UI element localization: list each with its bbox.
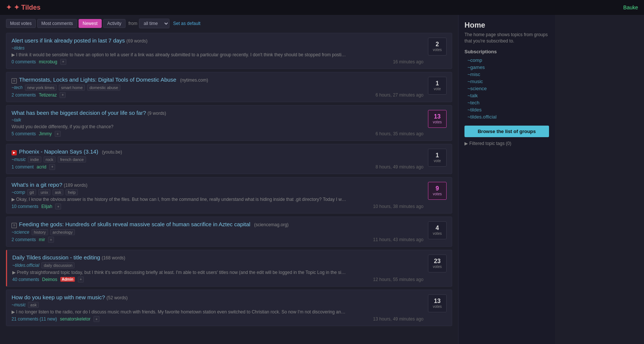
comment-count[interactable]: 2 comments <box>12 237 36 242</box>
topic-user[interactable]: acrid <box>37 164 46 170</box>
comment-count[interactable]: 1 comment <box>12 164 34 170</box>
vote-box[interactable]: 13votes <box>428 110 447 128</box>
topic-title[interactable]: How do you keep up with new music? <box>12 294 105 301</box>
vote-label: vote <box>434 159 441 163</box>
vote-box[interactable]: 9votes <box>428 182 447 200</box>
topic-user[interactable]: Elijah <box>41 204 52 209</box>
topic-user[interactable]: microbug <box>39 59 57 64</box>
topic-excerpt: ▶ I no longer listen to the radio, nor d… <box>12 309 347 315</box>
sidebar-title: Home <box>464 21 549 29</box>
youtube-icon: ▶ <box>12 150 17 155</box>
topic-tag[interactable]: indie <box>28 157 41 162</box>
topic-title[interactable]: What has been the biggest decision of yo… <box>12 109 146 117</box>
sidebar-item-tildes[interactable]: ~tildes <box>464 106 549 113</box>
topic-tag[interactable]: unix <box>38 189 50 195</box>
topic-tag[interactable]: daily discussion <box>41 262 74 268</box>
sidebar-item-misc[interactable]: ~misc <box>464 71 549 78</box>
topic-time: 12 hours, 55 minutes ago <box>373 277 423 282</box>
sidebar-description: The home page shows topics from groups t… <box>464 32 549 44</box>
vote-box[interactable]: 2votes <box>428 38 447 56</box>
topic-time: 13 hours, 49 minutes ago <box>373 316 423 322</box>
topic-title[interactable]: Alert users if link already posted in la… <box>12 37 125 44</box>
vote-box[interactable]: 1vote <box>428 149 447 167</box>
topic-title[interactable]: What's in a git repo? <box>12 181 62 189</box>
topic-tag[interactable]: domestic abuse <box>87 85 120 91</box>
topic-group[interactable]: ~music <box>12 157 26 162</box>
topic-excerpt: ▶ Pretty straightforward topic today, bu… <box>12 270 348 275</box>
sidebar-item-tildes_official[interactable]: ~tildes.official <box>464 113 549 120</box>
topic-group[interactable]: ~tildes <box>12 45 25 51</box>
topic-title[interactable]: Feeding the gods: Hundreds of skulls rev… <box>19 221 250 228</box>
topic-user[interactable]: senatorskeletor <box>60 316 91 322</box>
topic-title[interactable]: Thermostats, Locks and Lights: Digital T… <box>19 76 176 83</box>
topic-tag[interactable]: archeology <box>50 229 75 235</box>
topic-group[interactable]: ~music <box>12 302 26 307</box>
subscription-list: ~comp~games~misc~music~science~talk~tech… <box>464 57 549 120</box>
time-select[interactable]: all time 1 day 1 week 1 month 1 year <box>139 19 169 28</box>
topic-tag[interactable]: ask <box>53 189 63 195</box>
sidebar-item-tech[interactable]: ~tech <box>464 99 549 106</box>
topic-user[interactable]: Jimmy <box>39 131 52 136</box>
expand-user-button[interactable]: + <box>93 316 99 322</box>
expand-user-button[interactable]: + <box>49 164 55 170</box>
expand-user-button[interactable]: + <box>78 277 84 283</box>
set-default-button[interactable]: Set as default <box>173 21 200 26</box>
topic-tag[interactable]: git <box>27 189 36 195</box>
topic-excerpt: Would you decide differently, if you got… <box>12 124 347 129</box>
topic-title[interactable]: Phoenix - Napolean Says (3.14) <box>19 148 98 155</box>
topic-item: ▶Phoenix - Napolean Says (3.14)(youtu.be… <box>6 144 452 174</box>
topic-domain: (nytimes.com) <box>180 78 208 83</box>
sort-most-comments[interactable]: Most comments <box>37 19 77 28</box>
topic-group[interactable]: ~tech <box>12 85 23 90</box>
topic-tag[interactable]: history <box>32 229 48 235</box>
expand-user-button[interactable]: + <box>60 59 66 65</box>
topic-wordcount: (189 words) <box>64 183 87 188</box>
topic-tag[interactable]: smart home <box>59 85 85 91</box>
sidebar: Home The home page shows topics from gro… <box>458 15 555 344</box>
expand-user-button[interactable]: + <box>48 237 54 243</box>
vote-box[interactable]: 23votes <box>428 255 447 272</box>
sort-most-votes[interactable]: Most votes <box>6 19 36 28</box>
site-logo[interactable]: ✦ ✦ Tildes <box>6 3 41 12</box>
vote-box[interactable]: 13votes <box>428 294 447 312</box>
comment-count[interactable]: 21 comments (11 new) <box>12 316 57 322</box>
expand-user-button[interactable]: + <box>55 131 61 137</box>
sidebar-item-music[interactable]: ~music <box>464 78 549 85</box>
topic-group[interactable]: ~talk <box>12 117 21 123</box>
filtered-tags-arrow: ▶ <box>464 141 468 146</box>
filtered-tags[interactable]: ▶ Filtered topic tags (0) <box>464 141 549 146</box>
topic-time: 11 hours, 43 minutes ago <box>373 237 423 242</box>
sort-activity[interactable]: Activity <box>103 19 126 28</box>
topic-group[interactable]: ~science <box>12 230 29 235</box>
topic-tag[interactable]: rock <box>44 157 56 162</box>
comment-count[interactable]: 40 comments <box>12 277 39 282</box>
topic-tag[interactable]: help <box>66 189 78 195</box>
vote-box[interactable]: 4votes <box>428 221 447 239</box>
topic-user[interactable]: Tetizeraz <box>39 92 57 98</box>
sidebar-item-comp[interactable]: ~comp <box>464 57 549 64</box>
username[interactable]: Bauke <box>623 4 638 10</box>
topic-tag[interactable]: new york times <box>25 85 57 91</box>
sidebar-item-games[interactable]: ~games <box>464 64 549 71</box>
sidebar-item-science[interactable]: ~science <box>464 85 549 92</box>
topic-user[interactable]: Deimos <box>42 277 57 282</box>
comment-count[interactable]: 5 comments <box>12 131 36 136</box>
vote-box[interactable]: 1vote <box>428 77 447 95</box>
comment-count[interactable]: 10 comments <box>12 204 38 209</box>
expand-user-button[interactable]: + <box>55 203 61 209</box>
admin-badge: Admin <box>60 277 75 282</box>
topic-tag[interactable]: french dance <box>58 157 86 162</box>
sort-newest[interactable]: Newest <box>79 19 102 28</box>
browse-groups-button[interactable]: Browse the list of groups <box>464 126 549 137</box>
topic-user[interactable]: mir <box>39 237 45 242</box>
sidebar-item-talk[interactable]: ~talk <box>464 92 549 99</box>
expand-user-button[interactable]: + <box>60 92 66 98</box>
topic-tag[interactable]: ask <box>28 302 39 308</box>
topic-title[interactable]: Daily Tildes discussion - title editing <box>12 254 100 261</box>
topic-group[interactable]: ~comp <box>12 190 25 195</box>
vote-number: 9 <box>436 186 439 192</box>
topic-group[interactable]: ~tildes.official <box>12 263 39 268</box>
comment-count[interactable]: 0 comments <box>12 59 36 64</box>
topic-wordcount: (69 words) <box>126 38 147 44</box>
comment-count[interactable]: 2 comments <box>12 92 36 98</box>
